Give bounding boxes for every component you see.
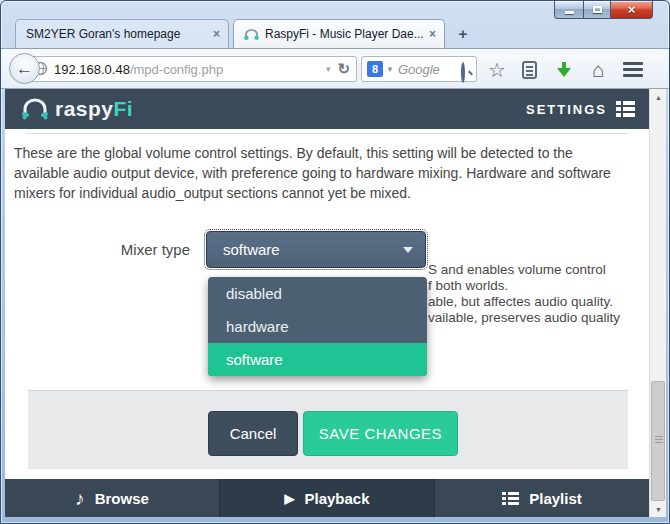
scrollbar-thumb[interactable] (651, 381, 665, 501)
play-icon: ▶ (284, 492, 294, 505)
scrollbar-grip (655, 436, 663, 444)
cancel-button[interactable]: Cancel (208, 411, 298, 456)
site-header: raspyFi SETTINGS (5, 89, 649, 129)
close-button[interactable]: × (611, 1, 653, 19)
logo-raspy: raspy (55, 97, 114, 120)
menu-button[interactable] (617, 49, 649, 90)
tab-raspyfi[interactable]: RaspyFi - Music Player Dae... × (233, 19, 445, 48)
hamburger-icon (623, 62, 643, 77)
new-tab-button[interactable]: + (451, 24, 475, 44)
settings-grid-icon (616, 101, 635, 117)
bottom-navigation: ♪ Browse ▶ Playback Playlist (5, 479, 649, 517)
help-line: S and enables volume control (428, 262, 648, 278)
mixer-help-text: S and enables volume control f both worl… (428, 262, 648, 326)
nav-browse[interactable]: ♪ Browse (5, 479, 220, 517)
music-note-icon: ♪ (75, 489, 85, 508)
tab-close-icon[interactable]: × (213, 27, 220, 41)
minimize-button[interactable] (554, 1, 583, 19)
maximize-button[interactable] (583, 1, 611, 19)
reload-icon[interactable]: ↻ (337, 60, 350, 78)
tab-strip: SM2YER Goran's homepage × RaspyFi - Musi… (1, 19, 669, 48)
url-bar[interactable]: 192.168.0.48/mpd-config.php ▾ ↻ (25, 56, 357, 82)
caret-down-icon (403, 247, 413, 253)
logo-text: raspyFi (55, 97, 133, 121)
nav-playback[interactable]: ▶ Playback (220, 479, 435, 517)
logo-fi: Fi (114, 97, 134, 120)
settings-label: SETTINGS (526, 102, 607, 117)
intro-line: available audio output device, with pref… (14, 163, 646, 183)
select-value: software (223, 241, 403, 258)
headphones-icon (244, 28, 259, 41)
divider (26, 133, 628, 134)
raspyfi-logo[interactable]: raspyFi (19, 95, 133, 123)
option-hardware[interactable]: hardware (208, 310, 427, 343)
url-host: 192.168.0.48 (54, 62, 130, 77)
tab-homepage[interactable]: SM2YER Goran's homepage × (15, 19, 229, 48)
maximize-icon (593, 6, 602, 13)
search-placeholder: Google (398, 62, 461, 77)
search-icon[interactable] (461, 64, 471, 74)
nav-label: Playlist (529, 490, 582, 507)
mixer-type-select[interactable]: software (206, 231, 426, 268)
google-badge-icon[interactable]: 8 (367, 61, 383, 77)
nav-label: Playback (304, 490, 369, 507)
mixer-type-dropdown-menu: disabled hardware software (208, 277, 427, 376)
page-content: raspyFi SETTINGS These are the global vo… (5, 89, 649, 517)
bookmark-star-button[interactable]: ☆ (483, 49, 511, 90)
help-line: vailable, preserves audio quality (428, 310, 648, 326)
window-controls: × (554, 1, 653, 19)
minimize-icon (565, 11, 574, 14)
navigation-toolbar: 192.168.0.48/mpd-config.php ▾ ↻ 8 ▼ Goog… (1, 48, 669, 89)
intro-text: These are the global volume control sett… (14, 143, 646, 203)
intro-line: These are the global volume control sett… (14, 143, 646, 163)
scroll-up-icon[interactable]: ▲ (650, 89, 667, 105)
bookmarks-menu-button[interactable] (515, 49, 543, 90)
save-changes-button[interactable]: SAVE CHANGES (303, 411, 458, 456)
search-bar[interactable]: 8 ▼ Google (361, 56, 477, 82)
bookmarks-icon (522, 61, 537, 79)
mixer-type-label: Mixer type (18, 241, 190, 258)
tab-title: SM2YER Goran's homepage (26, 27, 207, 41)
nav-label: Browse (95, 490, 149, 507)
url-history-dropdown-icon[interactable]: ▾ (326, 64, 331, 74)
downloads-button[interactable] (549, 49, 579, 90)
settings-menu[interactable]: SETTINGS (526, 101, 635, 117)
url-text: 192.168.0.48/mpd-config.php (54, 62, 326, 77)
option-disabled[interactable]: disabled (208, 277, 427, 310)
url-path: /mpd-config.php (130, 62, 223, 77)
nav-playlist[interactable]: Playlist (435, 479, 649, 517)
playlist-icon (502, 492, 519, 505)
close-icon: × (628, 3, 636, 16)
headphones-logo-icon (19, 95, 51, 123)
vertical-scrollbar[interactable]: ▲ ▼ (649, 89, 666, 517)
tab-close-icon[interactable]: × (429, 27, 436, 41)
scroll-down-icon[interactable]: ▼ (650, 501, 667, 517)
back-button[interactable]: ← (9, 53, 40, 84)
help-line: able, but affectes audio quality. (428, 294, 648, 310)
intro-line: mixers for individual audio_output secti… (14, 183, 646, 203)
option-software[interactable]: software (208, 343, 427, 376)
tab-title: RaspyFi - Music Player Dae... (265, 27, 423, 41)
search-engine-dropdown-icon[interactable]: ▼ (386, 65, 394, 74)
home-button[interactable]: ⌂ (583, 49, 613, 90)
help-line: f both worlds. (428, 278, 648, 294)
browser-window: × SM2YER Goran's homepage × RaspyFi - Mu… (0, 0, 670, 524)
download-arrow-icon (557, 62, 571, 78)
